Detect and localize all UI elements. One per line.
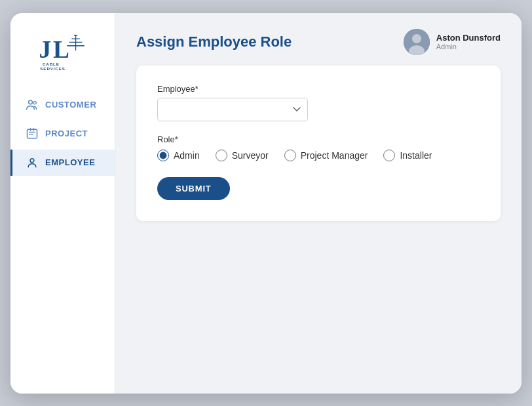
role-label: Role*: [157, 134, 480, 144]
radio-surveyor[interactable]: [216, 150, 227, 161]
people-icon: [26, 98, 39, 112]
form-card: Employee* Role* Admin Surveyor: [136, 66, 501, 221]
header: Assign Employee Role Aston Dunsford Admi: [115, 13, 522, 66]
svg-rect-11: [28, 129, 37, 138]
role-pm-label: Project Manager: [301, 150, 368, 161]
role-group: Role* Admin Surveyor Project Manager: [157, 134, 480, 161]
svg-point-16: [30, 158, 34, 162]
sidebar-item-project[interactable]: PROJECT: [10, 121, 115, 147]
role-installer-label: Installer: [400, 150, 432, 161]
sidebar-item-customer[interactable]: CUSTOMER: [10, 92, 115, 118]
project-icon: [26, 127, 39, 140]
nav-items: CUSTOMER PROJECT EMPLOYEE: [10, 92, 115, 176]
employee-select[interactable]: [157, 98, 308, 121]
role-option-installer[interactable]: Installer: [383, 150, 432, 161]
user-info: Aston Dunsford Admin: [404, 29, 501, 55]
sidebar-item-employee[interactable]: EMPLOYEE: [10, 150, 115, 176]
radio-project-manager[interactable]: [284, 150, 296, 161]
svg-text:L: L: [52, 35, 69, 62]
user-name: Aston Dunsford: [436, 33, 501, 43]
radio-options: Admin Surveyor Project Manager Installer: [157, 150, 480, 161]
svg-text:SERVICES: SERVICES: [40, 66, 65, 71]
svg-point-18: [412, 34, 421, 43]
radio-admin[interactable]: [157, 150, 169, 161]
sidebar-item-project-label: PROJECT: [45, 129, 88, 138]
svg-text:CABLE: CABLE: [42, 62, 59, 66]
page-title: Assign Employee Role: [136, 33, 292, 51]
user-text: Aston Dunsford Admin: [436, 33, 501, 51]
device-frame: J L CABLE SERVICES: [10, 13, 522, 394]
sidebar-item-employee-label: EMPLOYEE: [45, 157, 95, 167]
employee-label: Employee*: [157, 84, 480, 94]
role-option-admin[interactable]: Admin: [157, 150, 200, 161]
avatar: [404, 29, 430, 55]
employee-group: Employee*: [157, 84, 480, 121]
svg-point-9: [29, 100, 33, 104]
svg-text:J: J: [39, 35, 51, 62]
submit-button[interactable]: SUBMIT: [157, 177, 230, 200]
role-admin-label: Admin: [174, 150, 200, 161]
main-content: Assign Employee Role Aston Dunsford Admi: [115, 13, 522, 394]
user-role: Admin: [436, 43, 501, 51]
employee-icon: [26, 156, 39, 169]
svg-point-10: [33, 101, 36, 104]
radio-installer[interactable]: [383, 150, 395, 161]
role-option-project-manager[interactable]: Project Manager: [284, 150, 368, 161]
role-surveyor-label: Surveyor: [232, 150, 269, 161]
sidebar-item-customer-label: CUSTOMER: [45, 100, 96, 110]
role-option-surveyor[interactable]: Surveyor: [216, 150, 269, 161]
logo: J L CABLE SERVICES: [37, 29, 89, 71]
sidebar: J L CABLE SERVICES: [10, 13, 115, 394]
